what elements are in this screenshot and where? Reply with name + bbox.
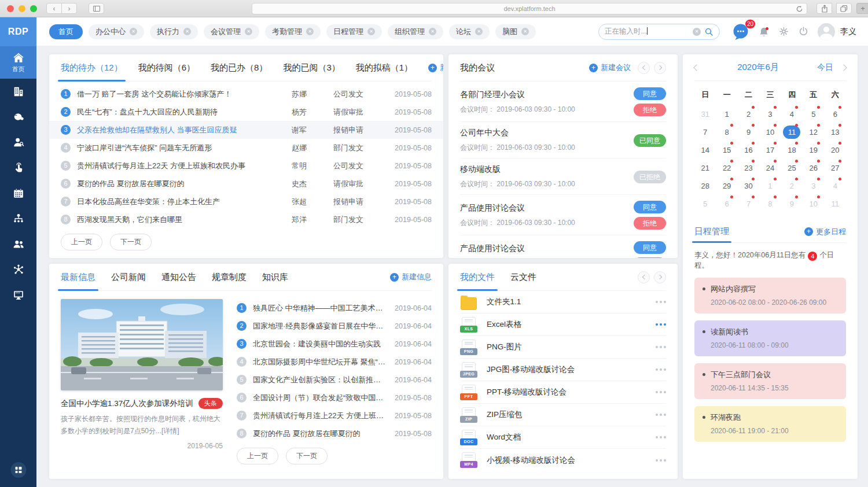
file-menu-button[interactable] xyxy=(656,297,666,307)
schedule-item[interactable]: 网站内容撰写 2020-06-02 08:00 - 2020-06-26 09:… xyxy=(694,278,846,313)
calendar-day[interactable]: 5 xyxy=(694,195,716,213)
calendar-day[interactable]: 31 xyxy=(694,105,716,123)
files-tab[interactable]: 我的文件 xyxy=(460,264,495,290)
news-row[interactable]: 1 独具匠心 中华精神——中国工艺美术大师作品... 2019-06-04 xyxy=(237,299,432,317)
meeting-title[interactable]: 公司年中大会 xyxy=(460,128,634,138)
meeting-title[interactable]: 产品使用讨论会议 xyxy=(460,203,634,213)
close-tab-icon[interactable] xyxy=(306,28,314,35)
calendar-day[interactable]: 15 xyxy=(716,141,737,159)
todo-tab[interactable]: 我的已办（8） xyxy=(211,54,267,81)
user-menu[interactable]: 李义 xyxy=(818,23,856,40)
meetings-next-button[interactable] xyxy=(654,62,666,74)
settings-button[interactable] xyxy=(778,26,789,37)
browser-forward-button[interactable]: › xyxy=(61,3,77,14)
meeting-row[interactable]: 移动端改版 会议时间： 2019-06-03 09:30 - 10:00 已拒绝 xyxy=(460,158,666,195)
file-name[interactable]: Excel表格 xyxy=(487,319,656,330)
file-row[interactable]: PPT PPT-移动端改版讨论会 xyxy=(460,381,666,404)
file-name[interactable]: 文件夹1.1 xyxy=(487,297,656,307)
news-tab[interactable]: 最新信息 xyxy=(61,264,95,290)
meetings-prev-button[interactable] xyxy=(638,62,650,74)
todo-row[interactable]: 5 贵州清镇试行每月连上22天 方便上班族和农民办事 常明 公司发文 2019-… xyxy=(49,157,443,175)
calendar-today-button[interactable]: 今日 xyxy=(817,62,833,73)
files-tab[interactable]: 云文件 xyxy=(510,264,536,290)
top-nav-tab[interactable]: 会议管理 xyxy=(204,24,259,39)
top-nav-tab[interactable]: 办公中心 xyxy=(89,24,144,39)
close-tab-icon[interactable] xyxy=(183,28,191,35)
logout-button[interactable] xyxy=(798,26,809,37)
calendar-day[interactable]: 23 xyxy=(738,159,759,177)
calendar-day[interactable]: 3 xyxy=(759,105,781,123)
news-title[interactable]: 独具匠心 中华精神——中国工艺美术大师作品... xyxy=(253,303,385,313)
calendar-day[interactable]: 1 xyxy=(716,105,737,123)
top-nav-tab[interactable]: 组织管理 xyxy=(388,24,443,39)
todo-title[interactable]: 西湖发现黑天鹅，它们来自哪里 xyxy=(77,215,292,225)
news-tab[interactable]: 公司新闻 xyxy=(111,264,146,290)
calendar-day[interactable]: 29 xyxy=(716,177,737,195)
browser-back-button[interactable]: ‹ xyxy=(46,3,62,14)
news-title[interactable]: 北京世园会：建设美丽中国的生动实践 xyxy=(253,339,385,349)
news-row[interactable]: 6 全国设计周（节）联合发起“致敬中国设计... 2019-05-08 xyxy=(237,389,432,407)
file-row[interactable]: JPEG JPG图-移动端改版讨论会 xyxy=(460,359,666,381)
top-nav-tab[interactable]: 考勤管理 xyxy=(265,24,321,39)
todo-prev-page-button[interactable]: 上一页 xyxy=(61,234,102,250)
todo-title[interactable]: 贵州清镇试行每月连上22天 方便上班族和农民办事 xyxy=(77,161,292,171)
calendar-day[interactable]: 11 xyxy=(825,195,846,213)
file-menu-button[interactable] xyxy=(656,433,666,442)
calendar-day[interactable]: 21 xyxy=(694,159,716,177)
calendar-day[interactable]: 17 xyxy=(759,141,781,159)
files-prev-button[interactable] xyxy=(638,271,650,283)
news-tab[interactable]: 规章制度 xyxy=(212,264,247,290)
files-next-button[interactable] xyxy=(654,271,666,283)
todo-row[interactable]: 3 父亲在抢救他却在隔壁救别人 当事医生回应质疑 谢军 报销申请 2019-05… xyxy=(49,121,443,139)
file-row[interactable]: DOC Word文档 xyxy=(460,426,666,449)
file-name[interactable]: ZIP压缩包 xyxy=(487,409,656,420)
news-photo[interactable] xyxy=(61,299,223,390)
news-title[interactable]: 国家地理·经典影像盛宴首日展在中华世纪坛... xyxy=(253,321,385,331)
meeting-action-button[interactable]: 同意 xyxy=(634,201,666,213)
meeting-title[interactable]: 产品使用讨论会议 xyxy=(460,244,634,254)
file-name[interactable]: 小视频-移动端改版讨论会 xyxy=(487,455,656,466)
minimize-window-button[interactable] xyxy=(19,5,25,12)
calendar-day[interactable]: 9 xyxy=(738,123,759,141)
close-tab-icon[interactable] xyxy=(245,28,252,35)
todo-title[interactable]: 民生“七有”：盘点十九大回应的人民新期待 xyxy=(77,107,292,117)
top-nav-tab[interactable]: 脑图 xyxy=(495,24,536,39)
close-tab-icon[interactable] xyxy=(521,28,529,35)
sidebar-item-attendance[interactable] xyxy=(0,155,36,180)
meeting-action-button[interactable]: 拒绝 xyxy=(634,104,666,116)
calendar-day[interactable]: 22 xyxy=(716,159,737,177)
schedule-item[interactable]: 环湖夜跑 2020-06-11 19:00 - 21:00 xyxy=(694,406,846,442)
todo-title[interactable]: 借一万 赔了一套房 这个交易能让你倾家荡产！ xyxy=(77,89,292,99)
share-button[interactable] xyxy=(816,3,832,14)
calendar-day[interactable]: 2 xyxy=(781,177,803,195)
todo-title[interactable]: 日本化妆品高丝在华变策：停止本土化生产 xyxy=(77,197,292,207)
news-tab[interactable]: 通知公告 xyxy=(161,264,196,290)
address-bar[interactable]: dev.xplatform.tech xyxy=(252,3,807,14)
calendar-day[interactable]: 5 xyxy=(803,105,824,123)
news-tab[interactable]: 知识库 xyxy=(262,264,288,290)
search-icon[interactable] xyxy=(704,27,713,36)
sidebar-toggle-button[interactable] xyxy=(89,3,104,14)
todo-tab[interactable]: 我的待阅（6） xyxy=(138,54,195,81)
calendar-day[interactable]: 27 xyxy=(825,159,846,177)
schedule-tab[interactable]: 日程管理 xyxy=(694,221,729,242)
close-tab-icon[interactable] xyxy=(367,28,375,35)
calendar-day[interactable]: 19 xyxy=(803,141,824,159)
file-row[interactable]: XLS Excel表格 xyxy=(460,313,666,336)
news-title[interactable]: 夏衍的作品 夏衍故居在哪夏衍的 xyxy=(253,429,385,439)
news-next-page-button[interactable]: 下一页 xyxy=(286,448,328,464)
todo-tab[interactable]: 我的待办（12） xyxy=(61,54,123,81)
calendar-day[interactable]: 6 xyxy=(716,195,737,213)
sidebar-item-monitor[interactable] xyxy=(0,282,36,308)
meeting-action-button[interactable]: 拒绝 xyxy=(634,217,666,230)
calendar-day[interactable]: 26 xyxy=(803,159,824,177)
calendar-next-month-button[interactable] xyxy=(840,64,847,71)
todo-row[interactable]: 1 借一万 赔了一套房 这个交易能让你倾家荡产！ 苏娜 公司发文 2019-05… xyxy=(49,85,443,103)
calendar-day[interactable]: 7 xyxy=(694,123,716,141)
file-menu-button[interactable] xyxy=(656,365,666,374)
sidebar-item-forum[interactable] xyxy=(0,231,36,257)
calendar-day[interactable]: 10 xyxy=(759,123,781,141)
sidebar-item-office[interactable] xyxy=(0,79,36,104)
calendar-day[interactable]: 16 xyxy=(738,141,759,159)
file-row[interactable]: MP4 小视频-移动端改版讨论会 xyxy=(460,449,666,471)
